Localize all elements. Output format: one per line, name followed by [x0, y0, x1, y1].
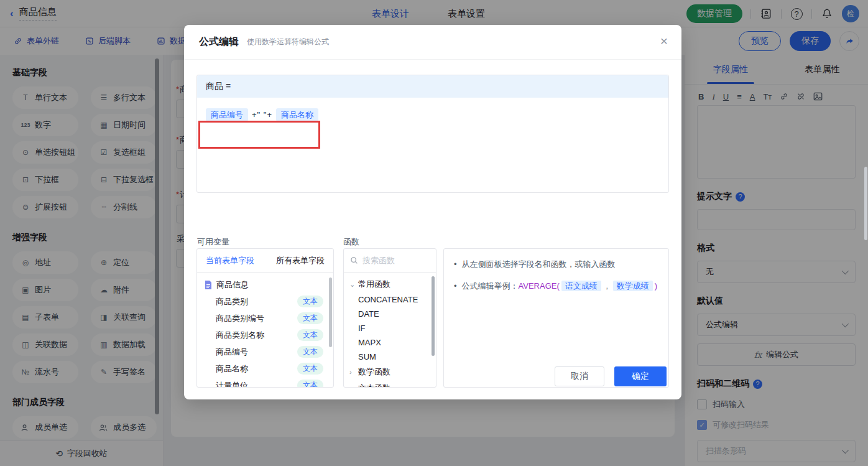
tab-current-form-fields[interactable]: 当前表单字段: [206, 255, 254, 266]
close-icon[interactable]: ×: [660, 34, 668, 47]
function-item[interactable]: IF: [344, 321, 436, 335]
functions-panel: ⌄常用函数 CONCATENATE DATE IF MAPX SUM ›数学函数…: [343, 248, 436, 388]
variable-item[interactable]: 商品名称文本: [197, 360, 333, 377]
confirm-button[interactable]: 确定: [614, 366, 667, 386]
example-field-chip: 语文成绩: [561, 281, 601, 291]
variables-tabs: 当前表单字段 所有表单字段: [197, 249, 333, 273]
variable-item[interactable]: 商品类别编号文本: [197, 310, 333, 327]
function-group-math[interactable]: ›数学函数: [344, 364, 436, 380]
function-group-text[interactable]: ›文本函数: [344, 380, 436, 388]
tree-root-item[interactable]: 商品信息: [197, 277, 333, 293]
chevron-collapsed-icon: ›: [349, 368, 355, 376]
function-item[interactable]: SUM: [344, 350, 436, 364]
chevron-expanded-icon: ⌄: [349, 281, 355, 289]
modal-footer: 取消 确定: [555, 366, 667, 386]
variables-scrollbar[interactable]: [329, 277, 332, 347]
window-scrollbar[interactable]: [864, 167, 867, 240]
function-item[interactable]: CONCATENATE: [344, 292, 436, 307]
search-icon: [350, 256, 358, 264]
example-comma: ，: [603, 281, 611, 291]
formula-field-chip[interactable]: 商品名称: [276, 108, 318, 121]
formula-editor-modal: 公式编辑 使用数学运算符编辑公式 × 商品 = 商品编号+" "+商品名称 可用…: [184, 25, 681, 399]
modal-title: 公式编辑: [199, 35, 239, 49]
tip-line: • 从左侧面板选择字段名和函数，或输入函数: [454, 258, 658, 271]
type-badge: 文本: [297, 380, 323, 388]
chevron-collapsed-icon: ›: [349, 384, 355, 388]
bullet: •: [454, 258, 457, 271]
annotation-highlight-box: [198, 121, 320, 149]
type-badge: 文本: [297, 296, 323, 307]
type-badge: 文本: [297, 329, 323, 341]
example-function-open: AVERAGE(: [519, 281, 560, 291]
type-badge: 文本: [297, 312, 323, 324]
variable-item[interactable]: 计量单位文本: [197, 377, 333, 388]
formula-field-chip[interactable]: 商品编号: [206, 108, 248, 121]
modal-body: 商品 = 商品编号+" "+商品名称 可用变量 函数 当前表单字段 所有表单字段…: [184, 60, 681, 399]
function-item[interactable]: MAPX: [344, 335, 436, 350]
type-badge: 文本: [297, 363, 323, 375]
functions-label: 函数: [343, 236, 359, 248]
variables-panel: 当前表单字段 所有表单字段 商品信息 商品类别文本 商品类别编号文本 商品类别名…: [196, 248, 334, 388]
function-item[interactable]: DATE: [344, 307, 436, 321]
variable-item[interactable]: 商品类别文本: [197, 293, 333, 310]
function-search-input[interactable]: [362, 256, 425, 265]
tab-all-form-fields[interactable]: 所有表单字段: [276, 255, 325, 266]
cancel-button[interactable]: 取消: [555, 366, 604, 386]
modal-header: 公式编辑 使用数学运算符编辑公式 ×: [184, 25, 681, 60]
modal-subtitle: 使用数学运算符编辑公式: [247, 37, 329, 47]
type-badge: 文本: [297, 346, 323, 358]
bullet: •: [454, 279, 457, 293]
functions-tree: ⌄常用函数 CONCATENATE DATE IF MAPX SUM ›数学函数…: [344, 273, 436, 388]
example-function-close: ): [655, 281, 657, 291]
function-group-common[interactable]: ⌄常用函数: [344, 276, 436, 292]
variable-item[interactable]: 商品类别名称文本: [197, 327, 333, 343]
formula-operator[interactable]: +" "+: [252, 110, 272, 119]
tip-example-line: • 公式编辑举例：AVERAGE(语文成绩，数学成绩): [454, 279, 658, 293]
variables-label: 可用变量: [197, 236, 229, 248]
variables-tree: 商品信息 商品类别文本 商品类别编号文本 商品类别名称文本 商品编号文本 商品名…: [197, 273, 333, 388]
document-icon: [205, 281, 212, 289]
formula-input-area[interactable]: 商品编号+" "+商品名称: [197, 98, 668, 132]
formula-target: 商品 =: [197, 75, 668, 98]
example-field-chip: 数学成绩: [613, 281, 653, 291]
function-search[interactable]: [344, 249, 436, 273]
variable-item[interactable]: 商品编号文本: [197, 343, 333, 360]
formula-editor-box: 商品 = 商品编号+" "+商品名称: [196, 75, 669, 193]
functions-scrollbar[interactable]: [432, 276, 435, 356]
